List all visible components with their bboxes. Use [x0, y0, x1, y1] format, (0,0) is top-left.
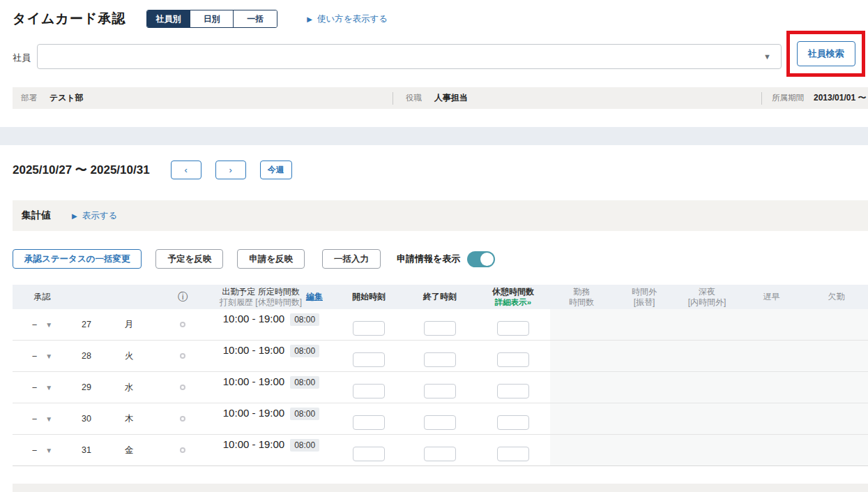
late-cell — [738, 403, 805, 434]
end-time-input[interactable] — [424, 415, 456, 430]
work-hours-cell — [550, 341, 613, 371]
schedule-cell: 10:00 - 19:00 08:00 — [208, 435, 334, 465]
approval-dropdown[interactable]: − ▼ — [32, 320, 53, 330]
schedule-time: 10:00 - 19:00 — [223, 313, 284, 325]
view-tabgroup: 社員別 日別 一括 — [146, 10, 277, 28]
status-circle-icon — [180, 385, 185, 390]
absence-cell — [805, 372, 868, 403]
end-time-cell — [404, 309, 476, 340]
summary-show-link[interactable]: ▶ 表示する — [72, 210, 117, 222]
bulk-input-button[interactable]: 一括入力 — [322, 249, 381, 269]
request-info-toggle[interactable] — [467, 251, 495, 267]
overtime-header-line2: [振替] — [634, 297, 655, 308]
col-header-date — [72, 285, 101, 309]
end-time-input[interactable] — [424, 321, 456, 336]
start-time-input[interactable] — [353, 415, 385, 430]
start-time-cell — [334, 403, 404, 434]
work-hours-cell — [550, 309, 613, 340]
end-time-input[interactable] — [424, 352, 456, 367]
employee-search-button[interactable]: 社員検索 — [797, 41, 855, 66]
end-time-cell — [404, 435, 476, 465]
table-row: − ▼ 27 月 10:00 - 19:00 08:00 — [13, 309, 868, 341]
break-detail-link[interactable]: 詳細表示» — [495, 297, 531, 307]
this-week-button[interactable]: 今週 — [260, 161, 292, 179]
date-cell: 27 — [72, 309, 101, 340]
chevron-down-icon: ▼ — [763, 52, 771, 61]
col-header-overtime: 時間外 [振替] — [613, 285, 676, 309]
status-circle-icon — [180, 353, 185, 359]
end-time-cell — [404, 372, 476, 403]
absence-cell — [805, 309, 868, 340]
approval-dropdown[interactable]: − ▼ — [32, 414, 53, 424]
night-cell — [676, 372, 738, 403]
date-cell: 31 — [72, 435, 101, 465]
summary-show-label: 表示する — [82, 210, 118, 222]
start-time-input[interactable] — [353, 352, 385, 367]
start-time-input[interactable] — [353, 447, 385, 461]
night-cell — [676, 309, 738, 340]
summary-bar: 集計値 ▶ 表示する — [13, 200, 868, 231]
request-info-toggle-label: 申請情報を表示 — [397, 253, 460, 265]
schedule-time: 10:00 - 19:00 — [223, 344, 284, 356]
break-time-input[interactable] — [497, 384, 529, 398]
break-time-input[interactable] — [497, 352, 529, 367]
tab-bulk[interactable]: 一括 — [234, 10, 277, 27]
night-cell — [676, 435, 738, 465]
period-segment: 所属期間 2013/01/01 〜 — [762, 92, 868, 104]
edit-link[interactable]: 編集 — [306, 292, 323, 302]
night-cell — [676, 341, 738, 371]
approval-dropdown[interactable]: − ▼ — [32, 445, 53, 456]
col-header-night: 深夜 [内時間外] — [676, 285, 738, 309]
day-cell: 木 — [101, 403, 157, 434]
end-time-input[interactable] — [424, 384, 456, 398]
start-time-cell — [334, 435, 404, 465]
approval-dropdown[interactable]: − ▼ — [32, 382, 53, 393]
break-time-input[interactable] — [497, 415, 529, 430]
employee-label: 社員 — [13, 52, 31, 64]
annotation-highlight-box: 社員検索 — [786, 31, 865, 77]
day-cell: 月 — [101, 309, 157, 340]
end-time-input[interactable] — [424, 447, 456, 461]
schedule-time: 10:00 - 19:00 — [223, 438, 284, 450]
break-time-cell — [476, 341, 550, 371]
scheduled-hours-badge: 08:00 — [290, 376, 319, 389]
late-cell — [738, 372, 805, 403]
break-time-input[interactable] — [497, 447, 529, 461]
reflect-request-button[interactable]: 申請を反映 — [237, 249, 305, 269]
timecard-approval-page: タイムカード承認 社員別 日別 一括 ▶ 使い方を表示する 社員 ▼ 社員検索 … — [0, 0, 868, 492]
break-time-cell — [476, 372, 550, 403]
date-cell: 30 — [72, 403, 101, 434]
day-cell: 火 — [101, 341, 157, 371]
employee-select[interactable]: ▼ — [37, 44, 782, 69]
break-time-input[interactable] — [497, 321, 529, 336]
dept-label: 部署 — [21, 93, 37, 103]
col-header-approval: 承認 — [13, 285, 72, 309]
date-cell: 29 — [72, 372, 101, 403]
scheduled-hours-badge: 08:00 — [290, 313, 319, 326]
reflect-schedule-button[interactable]: 予定を反映 — [155, 249, 223, 269]
day-cell: 水 — [101, 372, 157, 403]
overtime-header-line1: 時間外 — [632, 287, 657, 297]
next-week-button[interactable]: › — [215, 161, 246, 179]
col-header-late: 遅早 — [738, 285, 805, 309]
chevron-right-icon: › — [229, 165, 231, 175]
tab-by-day[interactable]: 日別 — [190, 10, 234, 27]
bulk-status-change-button[interactable]: 承認ステータスの一括変更 — [13, 249, 142, 269]
timecard-table: 承認 ⓘ 出勤予定 所定時間数 打刻履歴 [休憩時間数] 編集 開始時刻 終了時… — [13, 285, 868, 466]
chevron-down-icon: ▼ — [45, 352, 52, 360]
approval-value: − — [32, 382, 38, 393]
tab-by-employee[interactable]: 社員別 — [147, 10, 190, 27]
status-cell — [157, 341, 208, 371]
start-time-input[interactable] — [353, 384, 385, 398]
absence-cell — [805, 435, 868, 465]
break-time-cell — [476, 403, 550, 434]
overtime-cell — [613, 372, 676, 403]
help-link[interactable]: ▶ 使い方を表示する — [307, 13, 388, 25]
break-time-cell — [476, 435, 550, 465]
prev-week-button[interactable]: ‹ — [171, 161, 201, 179]
top-bar: タイムカード承認 社員別 日別 一括 ▶ 使い方を表示する — [13, 10, 388, 28]
approval-cell: − ▼ — [13, 309, 72, 340]
approval-dropdown[interactable]: − ▼ — [32, 351, 53, 361]
table-row: − ▼ 30 木 10:00 - 19:00 08:00 — [13, 403, 868, 435]
start-time-input[interactable] — [353, 321, 385, 336]
